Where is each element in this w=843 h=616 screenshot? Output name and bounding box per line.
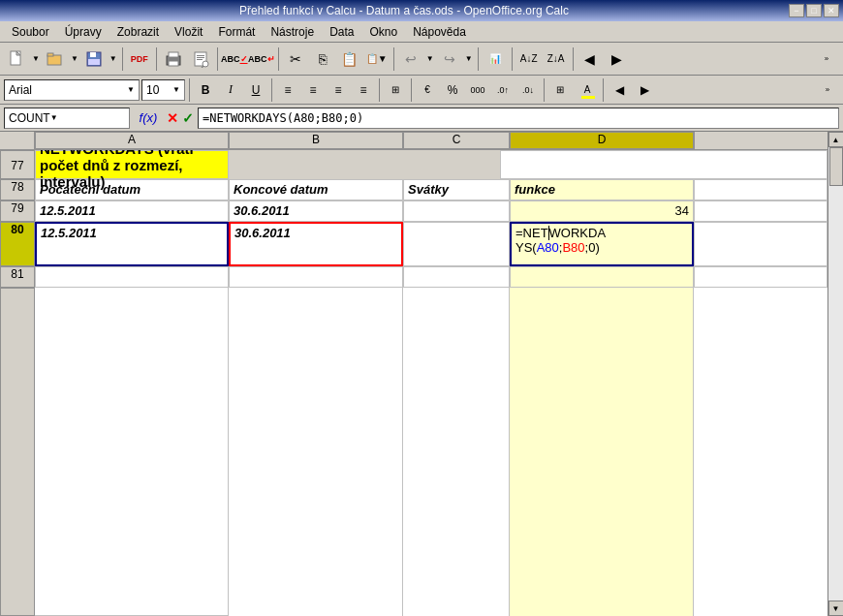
cell-81-D[interactable]	[510, 266, 694, 288]
fmt-toolbar-more[interactable]: »	[816, 78, 839, 102]
col-header-d[interactable]: D	[510, 132, 694, 149]
maximize-button[interactable]: □	[806, 4, 822, 17]
nav-next-button[interactable]: ▶	[633, 78, 656, 102]
cell-reference-box[interactable]: COUNT ▼	[4, 108, 130, 129]
pdf-button[interactable]: PDF	[127, 46, 152, 72]
cell-78-C[interactable]: Svátky	[403, 179, 510, 200]
cut-button[interactable]: ✂	[283, 46, 308, 72]
scroll-up-button[interactable]: ▲	[828, 132, 844, 147]
highlight-color-button[interactable]: A	[576, 78, 599, 102]
menu-upravy[interactable]: Úpravy	[57, 23, 109, 41]
nav-left-button[interactable]: ◀	[578, 46, 603, 72]
table-row: 80 12.5.2011 30.6.2011 =NETWORKDA YS(A80…	[0, 222, 827, 266]
toolbar-more-button[interactable]: »	[814, 46, 839, 72]
font-name-box[interactable]: Arial ▼	[4, 79, 140, 101]
decimal-increase-button[interactable]: .0↑	[491, 78, 515, 102]
menu-soubor[interactable]: Soubor	[4, 23, 57, 41]
currency-button[interactable]: €	[416, 78, 439, 102]
table-row: 79 12.5.2011 30.6.2011 34	[0, 200, 827, 222]
redo-arrow[interactable]: ▼	[464, 54, 474, 63]
menu-vlozit[interactable]: Vložit	[167, 23, 210, 41]
sep3	[217, 47, 218, 71]
merge-cells-button[interactable]: ⊞	[384, 78, 407, 102]
paste-button[interactable]: 📋	[337, 46, 362, 72]
chart-button[interactable]: 📊	[483, 46, 508, 72]
cell-79-B[interactable]: 30.6.2011	[229, 200, 403, 222]
cell-81-A[interactable]	[35, 266, 229, 288]
redo-button[interactable]: ↪	[437, 46, 462, 72]
scroll-thumb[interactable]	[829, 147, 843, 186]
cell-78-B[interactable]: Koncové datum	[229, 179, 403, 200]
italic-button[interactable]: I	[219, 78, 242, 102]
cell-77-A[interactable]: NETWORKDAYS (vrátí počet dnů z rozmezí, …	[35, 150, 229, 179]
cell-79-A[interactable]: 12.5.2011	[35, 200, 229, 222]
nav-right-button[interactable]: ▶	[605, 46, 630, 72]
col-header-b[interactable]: B	[229, 132, 403, 149]
menu-zobrazit[interactable]: Zobrazit	[109, 23, 167, 41]
sort-asc-button[interactable]: A↓Z	[516, 46, 542, 72]
formula-accept-button[interactable]: ✓	[182, 110, 194, 126]
font-size-arrow[interactable]: ▼	[172, 85, 180, 94]
cell-78-D[interactable]: funkce	[510, 179, 694, 200]
col-header-c[interactable]: C	[403, 132, 510, 149]
cell-ref-value: COUNT	[9, 111, 50, 125]
scroll-down-button[interactable]: ▼	[828, 601, 844, 616]
align-right-button[interactable]: ≡	[327, 78, 350, 102]
cell-80-C[interactable]	[403, 222, 510, 266]
menu-nastroje[interactable]: Nástroje	[263, 23, 322, 41]
underline-button[interactable]: U	[244, 78, 267, 102]
sort-desc-button[interactable]: Z↓A	[544, 46, 569, 72]
spreadsheet-area: A B C D 77 NETWORKDAYS (vrátí počet dnů …	[0, 132, 843, 616]
new-arrow[interactable]: ▼	[31, 54, 41, 63]
cell-81-B[interactable]	[229, 266, 403, 288]
copy-button[interactable]: ⎘	[310, 46, 335, 72]
formula-cancel-button[interactable]: ✕	[167, 110, 178, 126]
decimal-decrease-button[interactable]: .0↓	[516, 78, 540, 102]
save-arrow[interactable]: ▼	[109, 54, 118, 63]
cell-79-C[interactable]	[403, 200, 510, 222]
fmt-sep5	[544, 78, 545, 102]
cell-81-C[interactable]	[403, 266, 510, 288]
percent-button[interactable]: %	[441, 78, 464, 102]
cell-81-extra	[694, 266, 827, 288]
formula-input-box[interactable]: =NETWORKDAYS(A80;B80;0)	[198, 108, 839, 129]
menu-data[interactable]: Data	[322, 23, 361, 41]
save-button[interactable]	[81, 46, 107, 72]
font-size-box[interactable]: 10 ▼	[141, 79, 185, 101]
paste-special-button[interactable]: 📋▼	[364, 46, 390, 72]
nav-prev-button[interactable]: ◀	[608, 78, 631, 102]
cell-80-D[interactable]: =NETWORKDA YS(A80;B80;0)	[510, 222, 694, 266]
spellcheck-button[interactable]: ABC✓	[222, 46, 247, 72]
cell-ref-dropdown[interactable]: ▼	[50, 113, 58, 122]
menu-napoveda[interactable]: Nápověda	[405, 23, 474, 41]
close-button[interactable]: ✕	[824, 4, 839, 17]
window-controls[interactable]: − □ ✕	[789, 4, 843, 17]
cell-77-extra	[500, 150, 827, 179]
align-center-button[interactable]: ≡	[301, 78, 325, 102]
menu-format[interactable]: Formát	[210, 23, 263, 41]
cell-80-A[interactable]: 12.5.2011	[35, 222, 229, 266]
borders-button[interactable]: ⊞	[548, 78, 572, 102]
open-arrow[interactable]: ▼	[70, 54, 79, 63]
function-wizard-button[interactable]: f(x)	[134, 108, 163, 129]
minimize-button[interactable]: −	[789, 4, 804, 17]
justify-button[interactable]: ≡	[352, 78, 375, 102]
undo-arrow[interactable]: ▼	[425, 54, 435, 63]
print-preview-button[interactable]	[188, 46, 213, 72]
autocorrect-button[interactable]: ABC↵	[249, 46, 274, 72]
bold-button[interactable]: B	[194, 78, 217, 102]
align-left-button[interactable]: ≡	[276, 78, 299, 102]
cell-79-D[interactable]: 34	[510, 200, 694, 222]
thousands-button[interactable]: 000	[466, 78, 489, 102]
scroll-track[interactable]	[828, 147, 843, 601]
menu-okno[interactable]: Okno	[361, 23, 405, 41]
open-button[interactable]	[43, 46, 68, 72]
undo-button[interactable]: ↩	[398, 46, 423, 72]
col-header-a[interactable]: A	[35, 132, 229, 149]
print-button[interactable]	[161, 46, 186, 72]
row-header-79: 79	[0, 200, 35, 222]
new-button[interactable]	[4, 46, 29, 72]
font-name-arrow[interactable]: ▼	[127, 85, 135, 94]
vertical-scrollbar[interactable]: ▲ ▼	[827, 132, 843, 616]
cell-80-B[interactable]: 30.6.2011	[229, 222, 403, 266]
